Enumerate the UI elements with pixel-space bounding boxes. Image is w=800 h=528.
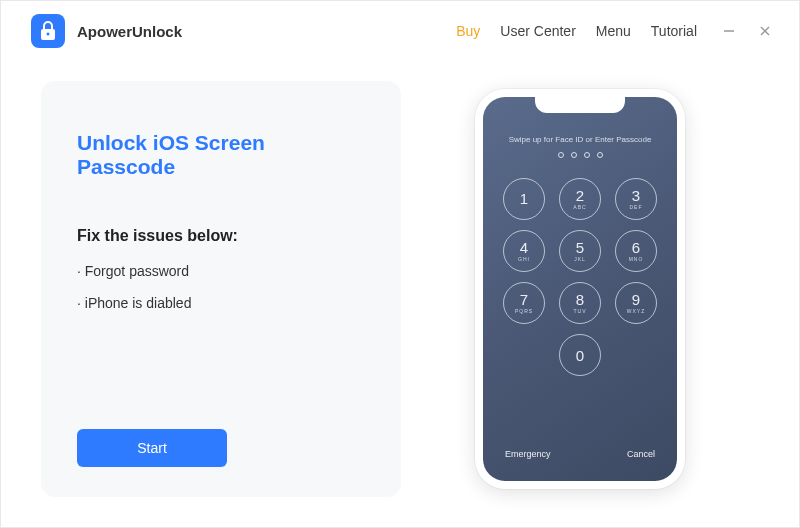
key-num: 5	[576, 240, 584, 255]
key-letters: PQRS	[515, 309, 533, 314]
lock-icon	[40, 21, 56, 41]
nav-menu[interactable]: Menu	[596, 23, 631, 39]
key-8: 8TUV	[559, 282, 601, 324]
phone-notch	[535, 97, 625, 113]
minimize-button[interactable]	[715, 17, 743, 45]
key-num: 6	[632, 240, 640, 255]
unlock-card: Unlock iOS Screen Passcode Fix the issue…	[41, 81, 401, 497]
issues-heading: Fix the issues below:	[77, 227, 365, 245]
key-letters: MNO	[629, 257, 644, 262]
key-4: 4GHI	[503, 230, 545, 272]
key-letters: WXYZ	[627, 309, 645, 314]
key-letters: DEF	[630, 205, 643, 210]
nav-buy[interactable]: Buy	[456, 23, 480, 39]
key-6: 6MNO	[615, 230, 657, 272]
nav-user-center[interactable]: User Center	[500, 23, 575, 39]
passcode-dot	[597, 152, 603, 158]
key-3: 3DEF	[615, 178, 657, 220]
issue-item: · Forgot password	[77, 263, 365, 279]
key-num: 2	[576, 188, 584, 203]
keypad: 1 2ABC 3DEF 4GHI 5JKL 6MNO 7PQRS 8TUV 9W…	[503, 178, 657, 376]
phone-frame: Swipe up for Face ID or Enter Passcode 1…	[475, 89, 685, 489]
passcode-dot	[584, 152, 590, 158]
passcode-dots	[558, 152, 603, 158]
key-1: 1	[503, 178, 545, 220]
key-num: 3	[632, 188, 640, 203]
key-num: 9	[632, 292, 640, 307]
phone-screen: Swipe up for Face ID or Enter Passcode 1…	[483, 97, 677, 481]
key-letters: ABC	[573, 205, 586, 210]
close-icon	[758, 24, 772, 38]
titlebar: ApowerUnlock Buy User Center Menu Tutori…	[1, 1, 799, 61]
swipe-text: Swipe up for Face ID or Enter Passcode	[509, 135, 652, 144]
key-letters: GHI	[518, 257, 530, 262]
card-title: Unlock iOS Screen Passcode	[77, 131, 365, 179]
nav-tutorial[interactable]: Tutorial	[651, 23, 697, 39]
app-name: ApowerUnlock	[77, 23, 182, 40]
cancel-label: Cancel	[627, 449, 655, 459]
passcode-dot	[571, 152, 577, 158]
key-num: 8	[576, 292, 584, 307]
close-button[interactable]	[751, 17, 779, 45]
key-num: 4	[520, 240, 528, 255]
key-9: 9WXYZ	[615, 282, 657, 324]
issue-item: · iPhone is diabled	[77, 295, 365, 311]
phone-illustration: Swipe up for Face ID or Enter Passcode 1…	[401, 81, 759, 497]
key-num: 0	[576, 348, 584, 363]
key-num: 7	[520, 292, 528, 307]
key-letters: JKL	[574, 257, 586, 262]
key-0: 0	[559, 334, 601, 376]
lock-bottom-row: Emergency Cancel	[483, 449, 677, 459]
key-letters: TUV	[574, 309, 587, 314]
app-logo	[31, 14, 65, 48]
passcode-dot	[558, 152, 564, 158]
key-2: 2ABC	[559, 178, 601, 220]
emergency-label: Emergency	[505, 449, 551, 459]
key-num: 1	[520, 191, 528, 206]
main-content: Unlock iOS Screen Passcode Fix the issue…	[1, 61, 799, 527]
key-5: 5JKL	[559, 230, 601, 272]
minimize-icon	[722, 24, 736, 38]
key-7: 7PQRS	[503, 282, 545, 324]
start-button[interactable]: Start	[77, 429, 227, 467]
svg-point-1	[47, 33, 50, 36]
